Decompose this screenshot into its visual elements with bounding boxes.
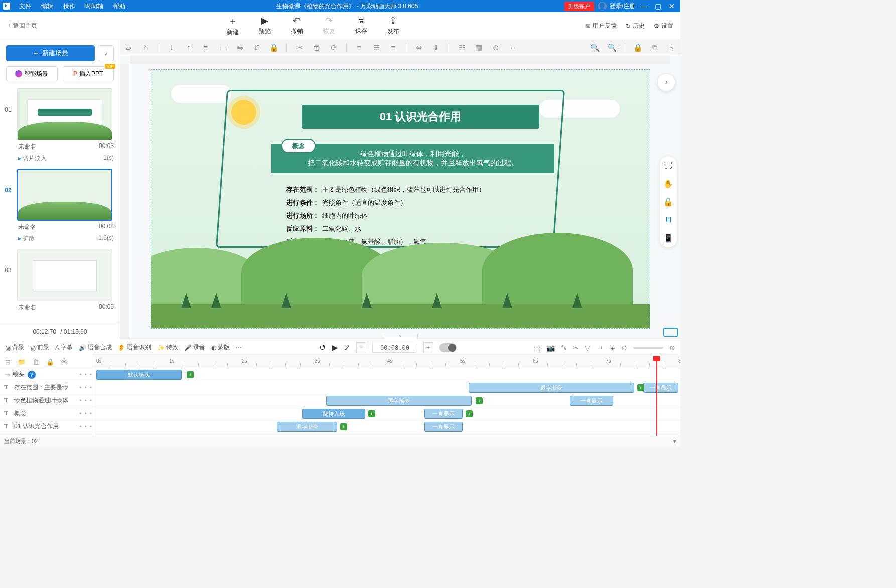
clip[interactable]: 默认镜头 — [96, 370, 182, 380]
clip[interactable]: 逐字渐变 — [469, 383, 634, 393]
zoom-in-icon[interactable]: 🔍+ — [590, 43, 600, 52]
feedback-link[interactable]: ✉用户反馈 — [585, 22, 617, 30]
menu-edit[interactable]: 编辑 — [36, 2, 58, 11]
spacing-icon[interactable]: ↔ — [508, 43, 517, 52]
clip[interactable]: 一直显示 — [643, 383, 678, 393]
add-keyframe-icon[interactable]: + — [476, 397, 483, 404]
delete-track-icon[interactable]: 🗑 — [33, 358, 39, 366]
help-icon[interactable]: ? — [28, 371, 36, 379]
asr-tab[interactable]: 👂 语音识别 — [118, 343, 151, 352]
canvas[interactable]: ♪ ⛶ ✋ 🔓 🖥 📱 ▢ 默认镜头 01 认识光合作用 — [120, 55, 680, 339]
clip[interactable]: 一直显示 — [424, 409, 463, 419]
add-keyframe-icon[interactable]: + — [466, 410, 473, 417]
menu-file[interactable]: 文件 — [14, 2, 36, 11]
login-link[interactable]: 登录/注册 — [610, 2, 635, 11]
upgrade-badge[interactable]: 升级账户 — [564, 2, 594, 11]
collapse-icon[interactable]: ▾ — [673, 438, 676, 445]
eye-icon[interactable]: 👁 — [61, 358, 68, 366]
align-top-icon[interactable]: ⭱ — [184, 43, 193, 52]
zoom-out-icon[interactable]: 🔍- — [608, 43, 617, 52]
clip[interactable]: 逐字渐变 — [326, 396, 472, 406]
maximize-button[interactable]: ▢ — [652, 2, 663, 10]
distribute-v-icon[interactable]: ⇕ — [431, 43, 440, 52]
hand-icon[interactable]: ✋ — [663, 178, 674, 189]
cut-icon[interactable]: ✂ — [295, 43, 304, 52]
time-ruler[interactable]: 0s1s2s3s4s5s6s7s8s — [96, 356, 680, 368]
align-right-icon[interactable]: ≡ — [389, 43, 398, 52]
track-label[interactable]: T存在范围：主要是绿••• — [0, 381, 96, 394]
crop-icon[interactable]: ▱ — [124, 43, 133, 52]
preview-button[interactable]: ▶预览 — [259, 15, 271, 37]
flip-h-icon[interactable]: ⇋ — [235, 43, 244, 52]
close-button[interactable]: ✕ — [666, 2, 677, 10]
publish-button[interactable]: ⇪发布 — [387, 15, 399, 37]
zoom-out-tl-icon[interactable]: ⊖ — [621, 344, 627, 352]
align-bottom-icon[interactable]: ⭳ — [167, 43, 176, 52]
scene-item[interactable]: 01 未命名00:03 ▸ 切片淡入1(s) — [2, 88, 120, 167]
smart-scene-button[interactable]: 智能场景 — [6, 66, 58, 81]
music-button[interactable]: ♪ — [98, 45, 114, 61]
record-tab[interactable]: 🎤 录音 — [184, 343, 205, 352]
stage[interactable]: ▢ 默认镜头 01 认识光合作用 绿色植物通过叶绿体，利用光能， 把二氧化碳和水… — [151, 69, 650, 329]
filter-icon[interactable]: ▽ — [585, 344, 590, 352]
center-icon[interactable]: ⊕ — [491, 43, 500, 52]
add-keyframe-icon[interactable]: + — [187, 371, 194, 378]
settings-link[interactable]: ⚙设置 — [654, 22, 673, 30]
track-area[interactable]: 0s1s2s3s4s5s6s7s8s 默认镜头+ 逐字渐变一直显示+ 逐字渐变一… — [96, 356, 680, 436]
zoom-slider[interactable] — [633, 347, 663, 349]
cut-icon[interactable]: ✂ — [573, 344, 579, 352]
track-row[interactable]: 逐字渐变一直显示+ — [96, 381, 680, 394]
track-label[interactable]: ▭镜头?••• — [0, 368, 96, 381]
mask-tab[interactable]: ◐ 蒙版 — [211, 343, 230, 352]
avatar-icon[interactable]: 👤 — [598, 2, 607, 11]
more-button[interactable]: ⋯ — [236, 344, 242, 351]
track-row[interactable]: 翻转入场一直显示++ — [96, 407, 680, 420]
device-preview-icon[interactable] — [663, 328, 678, 337]
canvas-music-button[interactable]: ♪ — [657, 73, 675, 91]
lock-icon[interactable]: 🔒 — [269, 43, 278, 52]
rewind-icon[interactable]: ↺ — [319, 343, 326, 352]
stage-collapse-handle[interactable]: ˅ — [383, 334, 418, 339]
distribute-h-icon[interactable]: ⇔ — [414, 43, 423, 52]
time-minus[interactable]: − — [356, 342, 366, 353]
new-button[interactable]: ＋新建 — [227, 15, 239, 37]
track-label[interactable]: T01 认识光合作用••• — [0, 420, 96, 433]
expand-icon[interactable]: ⤢ — [344, 343, 350, 352]
add-keyframe-icon[interactable]: + — [368, 410, 375, 417]
layers-icon[interactable]: ☷ — [457, 43, 466, 52]
scene-thumbnail[interactable] — [17, 88, 112, 140]
fx-tab[interactable]: ✨ 特效 — [157, 343, 178, 352]
scene-item[interactable]: 03 未命名00:06 — [2, 249, 120, 314]
add-keyframe-icon[interactable]: + — [637, 384, 644, 391]
clip[interactable]: 一直显示 — [424, 422, 463, 432]
track-row[interactable]: 默认镜头+ — [96, 368, 680, 381]
history-link[interactable]: ↻历史 — [626, 22, 645, 30]
unlock-icon[interactable]: 🔓 — [663, 196, 674, 207]
subtitle-tab[interactable]: A 字幕 — [55, 343, 73, 352]
scene-thumbnail[interactable] — [17, 169, 112, 221]
align-left-icon[interactable]: ≡ — [355, 43, 364, 52]
redo-button[interactable]: ↷恢复 — [323, 15, 335, 37]
fg-tab[interactable]: ▧ 前景 — [30, 343, 49, 352]
align-center-icon[interactable]: ☰ — [372, 43, 381, 52]
scene-list[interactable]: 01 未命名00:03 ▸ 切片淡入1(s) 02 未命名00:08 — [0, 86, 120, 324]
lock-canvas-icon[interactable]: 🔒 — [633, 43, 642, 52]
time-display[interactable]: 00:08.00 — [372, 343, 417, 353]
select-icon[interactable]: ⬚ — [534, 344, 540, 352]
track-row[interactable]: 逐字渐变一直显示+ — [96, 394, 680, 407]
clip[interactable]: 一直显示 — [570, 396, 613, 406]
desktop-icon[interactable]: 🖥 — [663, 214, 674, 225]
grid-icon[interactable]: ▦ — [474, 43, 483, 52]
save-button[interactable]: 🖫保存 — [355, 15, 367, 37]
home-icon[interactable]: ⌂ — [141, 43, 151, 52]
paste-icon[interactable]: ⎘ — [667, 43, 676, 52]
new-scene-button[interactable]: ＋新建场景 — [6, 45, 95, 61]
menu-action[interactable]: 操作 — [58, 2, 80, 11]
track-label[interactable]: T绿色植物通过叶绿体••• — [0, 394, 96, 407]
mobile-icon[interactable]: 📱 — [663, 232, 674, 243]
track-label[interactable]: T概念••• — [0, 407, 96, 420]
back-home[interactable]: 〈返回主页 — [0, 22, 40, 30]
minimize-button[interactable]: — — [638, 2, 649, 10]
align-v-icon[interactable]: ≡ — [201, 43, 210, 52]
clip[interactable]: 逐字渐变 — [277, 422, 337, 432]
